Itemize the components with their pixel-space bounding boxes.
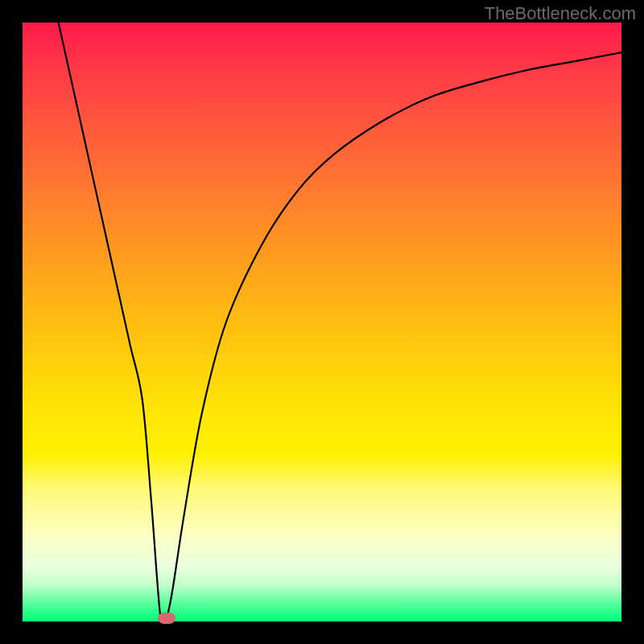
bottleneck-curve — [0, 0, 644, 644]
chart-frame: TheBottleneck.com — [0, 0, 644, 644]
optimal-point-marker — [158, 613, 175, 624]
watermark-text: TheBottleneck.com — [485, 3, 636, 24]
